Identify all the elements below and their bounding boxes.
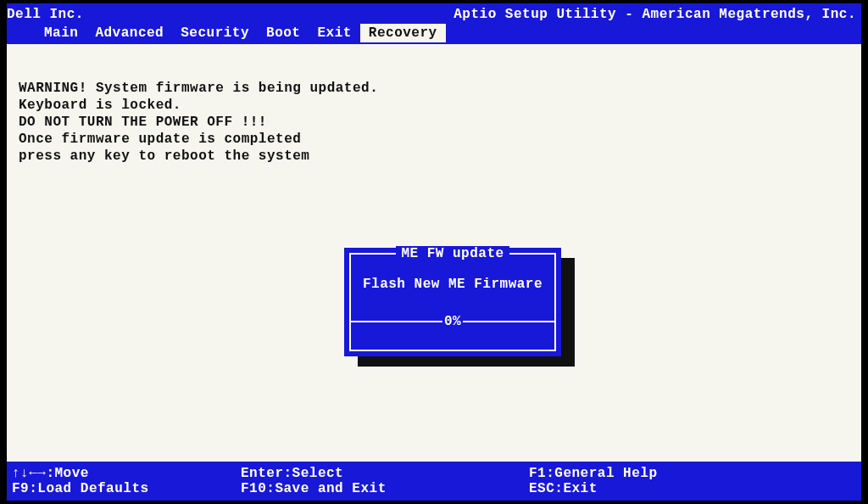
menu-tabs: Main Advanced Security Boot Exit Recover… <box>36 24 446 42</box>
setup-utility-title: Aptio Setup Utility - American Megatrend… <box>453 7 856 22</box>
dialog-frame: ME FW update Flash New ME Firmware 0% <box>349 253 556 351</box>
tab-boot[interactable]: Boot <box>258 24 309 42</box>
tab-main[interactable]: Main <box>36 24 86 42</box>
warning-text: WARNING! System firmware is being update… <box>19 80 849 165</box>
header-bar: Dell Inc. Aptio Setup Utility - American… <box>7 3 861 44</box>
footer-row-1: ↑↓←→:Move Enter:Select F1:General Help <box>12 466 861 481</box>
tab-security[interactable]: Security <box>172 24 258 42</box>
help-select: Enter:Select <box>241 466 529 481</box>
me-fw-update-dialog: ME FW update Flash New ME Firmware 0% <box>344 248 561 356</box>
progress-bar: 0% <box>351 314 554 329</box>
bios-screen: Dell Inc. Aptio Setup Utility - American… <box>7 3 861 501</box>
footer-row-2: F9:Load Defaults F10:Save and Exit ESC:E… <box>12 481 861 496</box>
help-load-defaults: F9:Load Defaults <box>12 481 241 496</box>
progress-line-right <box>463 321 554 322</box>
content-panel: WARNING! System firmware is being update… <box>7 44 861 462</box>
tab-exit[interactable]: Exit <box>309 24 359 42</box>
progress-line-left <box>351 321 442 322</box>
progress-percent: 0% <box>442 314 463 329</box>
help-esc-exit: ESC:Exit <box>529 481 861 496</box>
vendor-label: Dell Inc. <box>7 7 84 22</box>
tab-recovery[interactable]: Recovery <box>360 24 446 42</box>
help-save-exit: F10:Save and Exit <box>241 481 529 496</box>
help-move: ↑↓←→:Move <box>12 466 241 481</box>
footer-help-bar: ↑↓←→:Move Enter:Select F1:General Help F… <box>7 462 861 501</box>
dialog-title: ME FW update <box>396 246 509 261</box>
help-general: F1:General Help <box>529 466 861 481</box>
dialog-title-row: ME FW update <box>351 246 554 261</box>
tab-advanced[interactable]: Advanced <box>86 24 172 42</box>
